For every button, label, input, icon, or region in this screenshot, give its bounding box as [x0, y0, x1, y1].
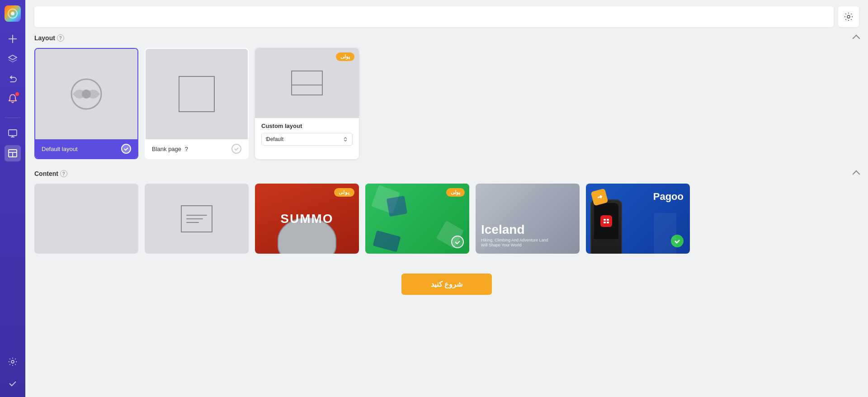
- search-input[interactable]: ویژوال کامپوزر #76: [41, 13, 827, 21]
- layout-card-custom[interactable]: پولی Custom layout Default: [255, 48, 359, 159]
- custom-layout-select-wrap[interactable]: Default: [261, 133, 353, 146]
- content-help-icon[interactable]: ?: [60, 170, 67, 177]
- settings-button[interactable]: [838, 6, 859, 27]
- search-bar[interactable]: ویژوال کامپوزر #76: [34, 6, 834, 27]
- layout-card-blank-check: [231, 144, 241, 154]
- gear-icon[interactable]: [5, 354, 21, 370]
- svg-point-7: [11, 360, 14, 363]
- content-section-header: Content ?: [34, 170, 859, 177]
- pagoo-title: Pagoo: [653, 191, 684, 203]
- layout-collapse-icon[interactable]: [854, 34, 859, 42]
- blank-lines-icon: [181, 205, 212, 232]
- custom-layout-title: Custom layout: [261, 123, 353, 129]
- undo-icon[interactable]: [5, 71, 21, 87]
- content-card-green[interactable]: پولی: [365, 184, 469, 254]
- custom-poly-badge: پولی: [336, 52, 354, 61]
- topbar: ویژوال کامپوزر #76: [25, 0, 868, 27]
- content-card-summo[interactable]: SUMMO پولی: [255, 184, 359, 254]
- layout-section-title: Layout ?: [34, 34, 64, 42]
- content-card-blank-empty[interactable]: [34, 184, 138, 254]
- phone-shape: [590, 199, 622, 254]
- layout-help-icon[interactable]: ?: [57, 34, 64, 42]
- main-content: ویژوال کامپوزر #76 Layout ?: [25, 0, 868, 397]
- layout-card-default-footer: Default layout: [35, 139, 137, 158]
- summo-poly-badge: پولی: [334, 188, 354, 197]
- svg-rect-12: [607, 219, 609, 221]
- layout-card-blank-footer: Blank page ?: [146, 139, 248, 158]
- content-cards-row: SUMMO پولی پولی: [34, 184, 859, 254]
- start-button-wrap: شروع کنید: [34, 265, 859, 304]
- content-card-pagoo[interactable]: Pagoo: [586, 184, 690, 254]
- svg-rect-11: [604, 219, 606, 221]
- layout-card-blank[interactable]: Blank page ?: [145, 48, 249, 159]
- green-check-circle: [451, 236, 464, 248]
- layout-card-custom-preview: پولی: [255, 48, 359, 118]
- green-poly-badge: پولی: [446, 188, 465, 197]
- scroll-area[interactable]: Layout ?: [25, 27, 868, 397]
- svg-rect-3: [9, 130, 17, 136]
- layout-card-blank-label: Blank page ?: [152, 146, 188, 152]
- custom-layout-bottom: Custom layout Default: [255, 118, 359, 150]
- summo-text: SUMMO: [280, 212, 333, 226]
- layers-icon[interactable]: [5, 51, 21, 67]
- blank-page-icon: [179, 76, 215, 112]
- monitor-icon[interactable]: [5, 125, 21, 142]
- iceland-subtitle: Hiking, Climbing And Adventure LandWill …: [481, 238, 574, 248]
- layout-card-default[interactable]: Default layout: [34, 48, 138, 159]
- notification-dot: [15, 92, 19, 96]
- bell-icon[interactable]: [5, 90, 21, 107]
- iceland-title: Iceland: [481, 222, 574, 237]
- layout-cards-row: Default layout Blank page ?: [34, 48, 859, 159]
- svg-rect-13: [604, 222, 606, 223]
- svg-point-2: [11, 12, 14, 15]
- app-logo[interactable]: [5, 5, 21, 24]
- add-icon[interactable]: [5, 31, 21, 47]
- table-icon[interactable]: [5, 145, 21, 161]
- layout-section-header: Layout ?: [34, 34, 859, 42]
- sidebar: [0, 0, 25, 397]
- check-mark-icon[interactable]: [5, 375, 21, 392]
- layout-card-default-check: [121, 144, 131, 154]
- content-card-blank-lines[interactable]: [145, 184, 249, 254]
- layout-card-default-label: Default layout: [42, 146, 78, 152]
- layout-card-blank-preview: [146, 49, 248, 139]
- start-button[interactable]: شروع کنید: [401, 274, 492, 295]
- custom-layout-icon: [291, 71, 323, 95]
- custom-layout-select[interactable]: Default: [261, 133, 353, 146]
- sidebar-divider: [5, 118, 21, 118]
- svg-rect-14: [607, 222, 609, 223]
- content-collapse-icon[interactable]: [854, 170, 859, 177]
- layout-card-default-preview: [35, 49, 137, 139]
- blank-help-icon[interactable]: ?: [185, 146, 188, 152]
- svg-point-8: [847, 15, 850, 18]
- content-card-iceland[interactable]: Iceland Hiking, Climbing And Adventure L…: [476, 184, 580, 254]
- content-section-title: Content ?: [34, 170, 67, 177]
